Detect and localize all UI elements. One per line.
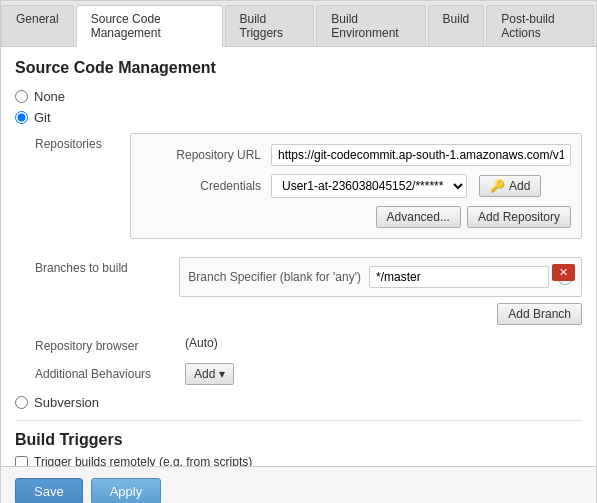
additional-behaviours-row: Additional Behaviours Add ▾ [35,363,582,385]
branches-label: Branches to build [35,257,179,275]
add-behaviours-button[interactable]: Add ▾ [185,363,234,385]
none-label[interactable]: None [34,89,65,104]
tab-general[interactable]: General [1,5,74,46]
git-config-section: Repositories Repository URL Credentials [35,133,582,385]
subversion-label[interactable]: Subversion [34,395,99,410]
repo-url-row: Repository URL [141,144,571,166]
repo-browser-value: (Auto) [185,336,218,350]
git-label[interactable]: Git [34,110,51,125]
repositories-row: Repositories Repository URL Credentials [35,133,582,247]
credentials-value: User1-at-236038045152/****** 🔑 Add [271,174,571,198]
trigger-remote-checkbox[interactable] [15,456,28,467]
branch-box: ✕ Branch Specifier (blank for 'any') ? [179,257,582,297]
page-title: Source Code Management [15,59,582,77]
add-credentials-button[interactable]: 🔑 Add [479,175,541,197]
none-radio-group: None [15,89,582,104]
save-button[interactable]: Save [15,478,83,503]
additional-behaviours-label: Additional Behaviours [35,363,185,381]
tab-source-code-management[interactable]: Source Code Management [76,5,223,47]
tab-build-environment[interactable]: Build Environment [316,5,425,46]
branch-field-row: Branch Specifier (blank for 'any') ? [188,266,573,288]
add-branch-row: Add Branch [179,303,582,325]
branch-specifier-input[interactable] [369,266,549,288]
repositories-label: Repositories [35,133,130,151]
main-content: Source Code Management None Git Reposito… [1,47,596,466]
footer-bar: Save Apply [1,466,596,503]
credentials-select[interactable]: User1-at-236038045152/****** [271,174,467,198]
delete-branch-button[interactable]: ✕ [552,264,575,281]
build-triggers-title: Build Triggers [15,431,582,449]
repo-browser-row: Repository browser (Auto) [35,335,582,353]
repositories-content: Repository URL Credentials User1-at-2360… [130,133,582,247]
apply-button[interactable]: Apply [91,478,162,503]
git-radio[interactable] [15,111,28,124]
repo-buttons-row: Advanced... Add Repository [141,206,571,228]
branch-specifier-label: Branch Specifier (blank for 'any') [188,270,361,284]
credentials-label: Credentials [141,179,271,193]
git-radio-group: Git [15,110,582,125]
key-icon: 🔑 [490,179,505,193]
branches-row: Branches to build ✕ Branch Specifier (bl… [35,257,582,325]
add-branch-button[interactable]: Add Branch [497,303,582,325]
branches-content: ✕ Branch Specifier (blank for 'any') ? A… [179,257,582,325]
repo-browser-label: Repository browser [35,335,185,353]
repo-box: Repository URL Credentials User1-at-2360… [130,133,582,239]
trigger-remote-label[interactable]: Trigger builds remotely (e.g. from scrip… [34,455,252,466]
repo-url-value [271,144,571,166]
additional-behaviours-content: Add ▾ [185,363,582,385]
trigger-remote-item: Trigger builds remotely (e.g. from scrip… [15,455,582,466]
repo-browser-content: (Auto) [185,335,582,350]
add-repository-button[interactable]: Add Repository [467,206,571,228]
credentials-row: Credentials User1-at-236038045152/******… [141,174,571,198]
tab-bar: General Source Code Management Build Tri… [1,1,596,47]
advanced-button[interactable]: Advanced... [376,206,461,228]
tab-build-triggers[interactable]: Build Triggers [225,5,315,46]
divider [15,420,582,421]
subversion-radio-group: Subversion [15,395,582,410]
repo-url-input[interactable] [271,144,571,166]
none-radio[interactable] [15,90,28,103]
subversion-radio[interactable] [15,396,28,409]
tab-post-build-actions[interactable]: Post-build Actions [486,5,594,46]
tab-build[interactable]: Build [428,5,485,46]
repo-url-label: Repository URL [141,148,271,162]
build-triggers-section: Build Triggers Trigger builds remotely (… [15,431,582,466]
chevron-down-icon: ▾ [219,367,225,381]
